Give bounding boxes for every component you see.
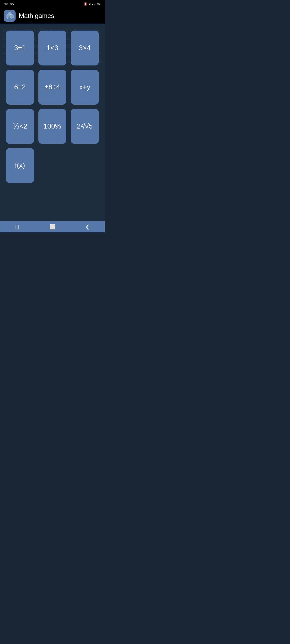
game-card-label-arithmetic: 3±1 [14,44,26,52]
app-header: 7 11 2 5 4 3 Math games [0,8,105,24]
game-card-label-algebra: x+y [79,83,90,91]
game-card-label-division: 6÷2 [14,83,26,91]
mute-icon: 🔇 [84,2,88,6]
main-content: π∑∫∂√∞≠≤≥÷×±∝∇∆α β γ δ ε ζ η θ ι κ λ μ ν… [0,24,105,221]
game-grid: 3±11<33×46÷2±8÷4x+y⅓<2100%2²/√5f(x) [0,24,105,189]
status-icons: 🔇 4G 79% [84,2,100,6]
game-card-label-percentage: 100% [44,122,61,130]
game-card-multiplication[interactable]: 3×4 [71,31,99,65]
svg-text:4 3: 4 3 [11,16,13,18]
game-card-comparison[interactable]: 1<3 [38,31,67,65]
game-card-powers-roots[interactable]: 2²/√5 [71,109,99,144]
game-card-percentage[interactable]: 100% [38,109,67,144]
game-card-fraction-comparison[interactable]: ⅓<2 [6,109,34,144]
back-button[interactable]: ❮ [80,222,95,231]
game-card-label-signed-division: ±8÷4 [45,83,60,91]
game-card-algebra[interactable]: x+y [71,70,99,105]
svg-text:2 5: 2 5 [7,16,8,18]
game-card-label-multiplication: 3×4 [79,44,91,52]
game-card-label-fraction-comparison: ⅓<2 [13,122,27,130]
app-title: Math games [19,12,54,20]
game-card-arithmetic[interactable]: 3±1 [6,31,34,65]
game-card-division[interactable]: 6÷2 [6,70,34,105]
svg-text:7 11: 7 11 [8,14,11,15]
signal-label: 4G [89,2,93,6]
game-card-functions[interactable]: f(x) [6,148,34,183]
battery-label: 79% [94,2,100,6]
nav-bar: ||| ⬜ ❮ [0,221,105,232]
game-card-signed-division[interactable]: ±8÷4 [38,70,67,105]
status-bar: 20:05 🔇 4G 79% [0,0,105,8]
status-time: 20:05 [4,2,14,6]
game-card-label-powers-roots: 2²/√5 [77,122,93,130]
home-button[interactable]: ⬜ [44,222,61,231]
game-card-label-comparison: 1<3 [46,44,58,52]
game-card-label-functions: f(x) [15,161,25,170]
recent-apps-button[interactable]: ||| [10,222,24,231]
app-icon: 7 11 2 5 4 3 [4,10,16,22]
